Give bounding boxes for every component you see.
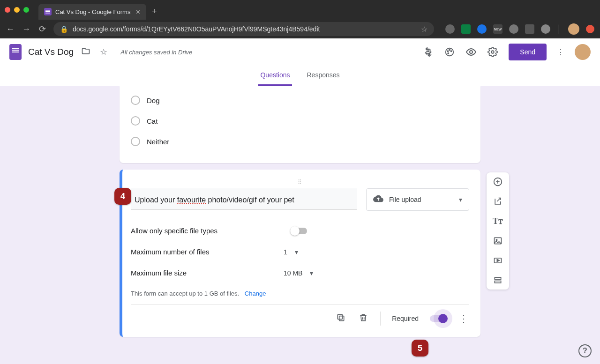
tab-questions[interactable]: Questions: [258, 66, 292, 86]
form-tabs: Questions Responses: [0, 66, 600, 86]
star-icon[interactable]: ☆: [98, 47, 109, 57]
account-avatar[interactable]: [575, 44, 591, 60]
header-actions: Send ⋮: [422, 44, 591, 60]
tab-title: Cat Vs Dog - Google Forms: [55, 8, 130, 15]
svg-rect-19: [495, 277, 501, 279]
update-badge[interactable]: [586, 25, 594, 33]
close-window[interactable]: [5, 7, 10, 13]
preview-icon[interactable]: [465, 46, 477, 58]
question-type-label: File upload: [389, 196, 421, 203]
upload-limit-hint: This form can accept up to 1 GB of files…: [131, 283, 469, 299]
svg-rect-10: [339, 316, 344, 320]
svg-point-4: [448, 51, 449, 52]
add-video-button[interactable]: [492, 255, 503, 266]
forward-button[interactable]: →: [22, 24, 31, 34]
max-files-label: Maximum number of files: [131, 248, 281, 256]
required-toggle[interactable]: [430, 315, 447, 322]
svg-rect-11: [338, 314, 343, 319]
delete-icon[interactable]: [358, 313, 369, 325]
option-label: Dog: [147, 97, 160, 104]
lock-icon: 🔒: [60, 25, 68, 33]
svg-point-16: [496, 239, 497, 240]
svg-rect-0: [45, 10, 50, 11]
forms-header: Cat Vs Dog ☆ All changes saved in Drive …: [0, 38, 600, 66]
profile-avatar[interactable]: [568, 23, 579, 35]
settings-icon[interactable]: [487, 46, 498, 58]
annotation-badge-4: 4: [114, 188, 131, 205]
ext-icon-3[interactable]: [477, 24, 487, 34]
save-status: All changes saved in Drive: [120, 49, 192, 56]
ext-icon-4[interactable]: [509, 24, 518, 34]
question-card-active[interactable]: ⠿ Upload your favourite photo/video/gif …: [120, 170, 480, 337]
url-text: docs.google.com/forms/d/1QrEYytV662N0O5a…: [73, 25, 320, 33]
back-button[interactable]: ←: [6, 24, 15, 34]
required-label: Required: [392, 315, 419, 322]
address-bar[interactable]: 🔒 docs.google.com/forms/d/1QrEYytV662N0O…: [53, 22, 434, 36]
add-section-button[interactable]: [492, 275, 503, 286]
annotation-badge-5: 5: [412, 340, 428, 357]
question-card-previous[interactable]: Dog Cat Neither: [120, 86, 480, 163]
help-button[interactable]: ?: [578, 344, 592, 357]
svg-rect-1: [45, 11, 50, 12]
option-row[interactable]: Dog: [131, 90, 469, 111]
import-questions-button[interactable]: [492, 196, 503, 207]
question-title-input[interactable]: Upload your favourite photo/video/gif of…: [131, 188, 357, 209]
allow-types-label: Allow only specific file types: [131, 227, 281, 235]
add-image-button[interactable]: [492, 235, 503, 246]
customize-theme-icon[interactable]: [444, 46, 455, 58]
ext-icon-1[interactable]: [445, 24, 455, 34]
change-limit-link[interactable]: Change: [245, 290, 266, 297]
ext-icon-5[interactable]: [525, 24, 534, 34]
window-controls: [5, 7, 29, 13]
radio-icon: [131, 96, 140, 105]
move-to-folder-icon[interactable]: [80, 46, 91, 58]
max-size-select[interactable]: 10 MB ▾: [284, 269, 330, 277]
add-title-button[interactable]: Tᴛ: [492, 215, 503, 227]
allow-types-toggle[interactable]: [290, 228, 307, 234]
svg-point-9: [492, 51, 495, 53]
browser-toolbar: ← → ⟳ 🔒 docs.google.com/forms/d/1QrEYytV…: [0, 20, 600, 38]
option-row[interactable]: Cat: [131, 111, 469, 131]
question-type-select[interactable]: File upload ▾: [366, 188, 469, 211]
radio-icon: [131, 137, 140, 146]
question-footer: Required ⋮: [131, 305, 469, 326]
ext-icon-6[interactable]: [541, 24, 550, 34]
duplicate-icon[interactable]: [335, 313, 346, 325]
browser-tab-strip: Cat Vs Dog - Google Forms ✕ +: [0, 0, 600, 20]
send-button[interactable]: Send: [509, 44, 547, 60]
option-label: Cat: [147, 117, 158, 125]
addons-icon[interactable]: [422, 46, 434, 58]
option-label: Neither: [147, 138, 169, 146]
radio-icon: [131, 116, 140, 126]
new-tab-button[interactable]: +: [152, 7, 157, 16]
minimize-window[interactable]: [14, 7, 20, 13]
form-canvas: Dog Cat Neither ⠿ Upload your favourite …: [0, 86, 600, 343]
svg-rect-2: [45, 13, 50, 14]
question-more-icon[interactable]: ⋮: [458, 313, 469, 324]
svg-point-6: [449, 49, 450, 50]
tab-responses[interactable]: Responses: [305, 66, 342, 86]
drag-handle-icon[interactable]: ⠿: [131, 179, 469, 186]
ext-icon-2[interactable]: [461, 24, 471, 34]
max-files-select[interactable]: 1 ▾: [284, 248, 316, 256]
forms-favicon: [44, 8, 52, 15]
forms-logo-icon[interactable]: [9, 44, 22, 60]
option-row[interactable]: Neither: [131, 131, 469, 152]
side-toolbar: Tᴛ: [487, 172, 509, 290]
ext-icon-new[interactable]: NEW: [493, 24, 502, 34]
close-tab-icon[interactable]: ✕: [135, 8, 141, 15]
dropdown-arrow-icon: ▾: [295, 248, 298, 256]
svg-point-7: [448, 53, 449, 54]
dropdown-arrow-icon: ▾: [459, 196, 462, 203]
svg-rect-20: [495, 281, 501, 283]
browser-tab[interactable]: Cat Vs Dog - Google Forms ✕: [38, 4, 146, 20]
svg-point-8: [470, 51, 472, 53]
svg-marker-18: [497, 260, 499, 262]
dropdown-arrow-icon: ▾: [310, 269, 313, 277]
maximize-window[interactable]: [23, 7, 29, 13]
bookmark-star-icon[interactable]: ☆: [421, 25, 428, 34]
reload-button[interactable]: ⟳: [38, 24, 47, 34]
form-title[interactable]: Cat Vs Dog: [28, 47, 74, 57]
more-menu-icon[interactable]: ⋮: [557, 48, 564, 57]
add-question-button[interactable]: [492, 176, 503, 187]
